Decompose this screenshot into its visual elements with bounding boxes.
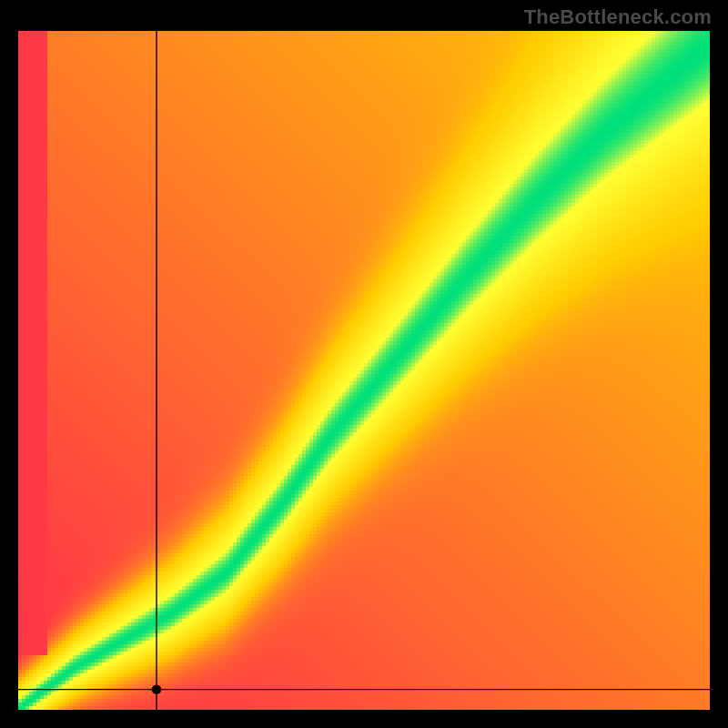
chart-frame: TheBottleneck.com [0, 0, 728, 728]
bottleneck-heatmap [18, 31, 710, 710]
watermark-label: TheBottleneck.com [524, 5, 712, 29]
